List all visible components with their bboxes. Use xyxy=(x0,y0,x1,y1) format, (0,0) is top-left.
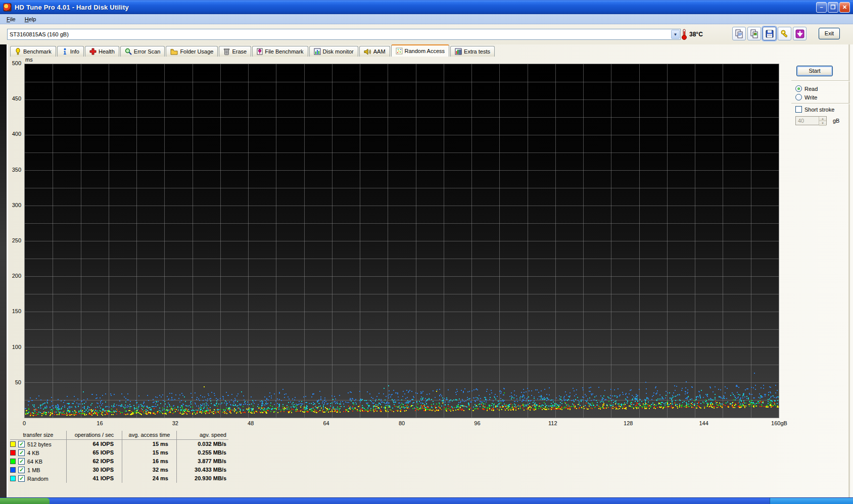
y-tick-label: 500 xyxy=(0,60,21,66)
short-stroke-size-value: 40 xyxy=(796,117,819,125)
panel-left-highlight xyxy=(7,44,8,497)
tab-info[interactable]: Info xyxy=(57,46,84,57)
avg-speed-value: 3.877 MB/s xyxy=(177,457,228,466)
tab-label: Extra tests xyxy=(464,48,490,55)
access-time-value: 24 ms xyxy=(122,474,177,483)
file-benchmark-icon xyxy=(257,48,263,55)
tab-disk-monitor[interactable]: Disk monitor xyxy=(309,46,358,57)
col-header-access-time: avg. access time xyxy=(122,431,177,440)
health-cross-icon xyxy=(89,48,97,55)
menu-file[interactable]: File xyxy=(2,15,20,23)
series-checkbox[interactable]: ✓ xyxy=(18,475,25,482)
y-tick-label: 300 xyxy=(0,202,21,208)
transfer-size-label: 4 KB xyxy=(27,450,39,456)
bar-chart-icon xyxy=(314,48,321,55)
start-menu-button[interactable] xyxy=(0,498,50,504)
x-tick-label: 112 xyxy=(548,420,557,426)
short-stroke-label: Short stroke xyxy=(804,107,834,113)
close-icon[interactable]: ✕ xyxy=(839,2,850,13)
tab-file-benchmark[interactable]: File Benchmark xyxy=(252,46,308,57)
hdtune-window: HD Tune Pro 4.01 - Hard Disk Utility – ❐… xyxy=(0,0,853,504)
tab-health[interactable]: Health xyxy=(85,46,119,57)
copy-text-button[interactable] xyxy=(732,27,746,40)
copy-image-button[interactable] xyxy=(747,27,761,40)
separator xyxy=(791,103,850,104)
tab-erase[interactable]: Erase xyxy=(219,46,251,57)
tab-random-access[interactable]: Random Access xyxy=(391,44,449,57)
short-stroke-row[interactable]: Short stroke xyxy=(795,106,834,113)
transfer-size-label: Random xyxy=(27,476,49,482)
window-right-edge xyxy=(848,44,850,497)
download-arrow-icon xyxy=(795,29,804,38)
menu-help[interactable]: Help xyxy=(20,15,41,23)
copy-image-icon xyxy=(750,29,759,38)
system-tray[interactable] xyxy=(770,498,853,504)
series-checkbox[interactable]: ✓ xyxy=(18,441,25,447)
save-button[interactable] xyxy=(763,27,776,40)
exit-button[interactable]: Exit xyxy=(819,28,840,39)
avg-speed-value: 30.433 MB/s xyxy=(177,466,228,474)
col-header-operations: operations / sec xyxy=(67,431,122,440)
options-button[interactable] xyxy=(778,27,791,40)
table-row: ✓1 MB30 IOPS32 ms30.433 MB/s xyxy=(10,466,228,474)
stroke-unit-label: gB xyxy=(833,118,839,124)
magnifier-icon xyxy=(125,48,132,55)
access-time-value: 15 ms xyxy=(122,440,177,448)
series-checkbox[interactable]: ✓ xyxy=(18,449,25,456)
menu-bar: File Help xyxy=(0,14,853,24)
series-color-swatch xyxy=(10,459,16,464)
transfer-size-label: 512 bytes xyxy=(27,441,52,447)
spinner-down-icon[interactable]: ▼ xyxy=(819,121,826,126)
write-radio-row[interactable]: Write xyxy=(795,94,817,100)
tab-extra-tests[interactable]: Extra tests xyxy=(450,46,495,57)
iops-value: 64 IOPS xyxy=(67,440,122,448)
minimize-icon[interactable]: – xyxy=(816,2,827,13)
drive-selector[interactable]: ST3160815AS (160 gB) ▼ xyxy=(7,29,681,40)
y-tick-label: 50 xyxy=(0,379,21,385)
table-row: ✓64 KB62 IOPS16 ms3.877 MB/s xyxy=(10,457,228,466)
save-icon xyxy=(765,29,774,38)
avg-speed-value: 20.930 MB/s xyxy=(177,474,228,483)
tab-label: Random Access xyxy=(405,48,445,54)
tab-folder-usage[interactable]: Folder Usage xyxy=(166,46,218,57)
tab-aam[interactable]: AAM xyxy=(359,46,390,57)
write-radio[interactable] xyxy=(795,94,802,100)
iops-value: 65 IOPS xyxy=(67,448,122,457)
taskbar[interactable] xyxy=(0,497,853,504)
random-access-chart xyxy=(24,64,779,418)
transfer-size-label: 64 KB xyxy=(27,459,42,465)
series-checkbox[interactable]: ✓ xyxy=(18,458,25,465)
tab-strip: Benchmark Info Health Error Scan Folder … xyxy=(8,44,847,57)
tab-benchmark[interactable]: Benchmark xyxy=(10,46,56,57)
title-bar[interactable]: HD Tune Pro 4.01 - Hard Disk Utility – ❐… xyxy=(0,0,853,14)
copy-text-icon xyxy=(735,29,744,38)
spinner-buttons[interactable]: ▲▼ xyxy=(819,117,826,125)
start-button[interactable]: Start xyxy=(796,66,833,76)
x-tick-label: 32 xyxy=(172,420,178,426)
temperature-indicator: 38°C xyxy=(681,29,703,40)
tab-error-scan[interactable]: Error Scan xyxy=(120,46,165,57)
x-tick-label: 48 xyxy=(248,420,254,426)
maximize-icon[interactable]: ❐ xyxy=(828,2,838,13)
export-button[interactable] xyxy=(793,27,807,40)
avg-speed-value: 0.032 MB/s xyxy=(177,440,228,448)
options-icon xyxy=(780,29,789,38)
iops-value: 62 IOPS xyxy=(67,457,122,466)
read-radio-row[interactable]: Read xyxy=(795,85,818,92)
series-color-swatch xyxy=(10,441,16,447)
table-row: ✓512 bytes64 IOPS15 ms0.032 MB/s xyxy=(10,440,228,448)
spinner-up-icon[interactable]: ▲ xyxy=(819,117,826,121)
short-stroke-checkbox[interactable] xyxy=(795,106,802,113)
folder-icon xyxy=(170,48,178,55)
table-row: ✓4 KB65 IOPS15 ms0.255 MB/s xyxy=(10,448,228,457)
window-title: HD Tune Pro 4.01 - Hard Disk Utility xyxy=(15,4,129,11)
read-radio[interactable] xyxy=(795,85,802,92)
series-color-swatch xyxy=(10,476,16,481)
chevron-down-icon[interactable]: ▼ xyxy=(671,30,680,39)
series-checkbox[interactable]: ✓ xyxy=(18,467,25,473)
temperature-value: 38°C xyxy=(689,31,703,38)
scatter-dots-icon xyxy=(396,47,403,55)
y-tick-label: 250 xyxy=(0,237,21,243)
short-stroke-size-spinner[interactable]: 40 ▲▼ xyxy=(795,116,827,125)
x-tick-label: 16 xyxy=(97,420,103,426)
